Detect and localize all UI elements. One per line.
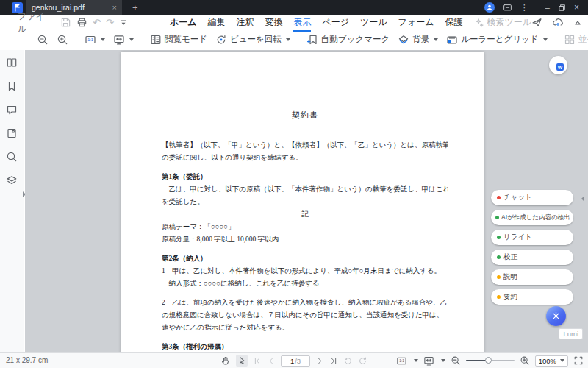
- minimize-button[interactable]: –: [545, 4, 550, 12]
- restore-window-button[interactable]: [558, 4, 566, 12]
- share-icon[interactable]: [531, 17, 542, 28]
- rotate-view-dropdown[interactable]: ビューを回転: [215, 34, 290, 46]
- search-tools-button[interactable]: 検索ツール: [474, 16, 531, 29]
- collapse-toolbar-icon[interactable]: [573, 18, 582, 26]
- menu-divider: [54, 18, 54, 27]
- menu-item-view[interactable]: 表示: [293, 16, 311, 29]
- background-label: 背景: [412, 34, 429, 45]
- ai-chat-button[interactable]: チャット: [491, 190, 573, 205]
- ai-explain-button[interactable]: 説明: [491, 269, 573, 285]
- zoom-out-icon[interactable]: [451, 355, 461, 366]
- last-page-icon[interactable]: [329, 356, 338, 366]
- ai-rewrite-button[interactable]: リライト: [491, 230, 573, 245]
- read-mode-button[interactable]: 閲覧モード: [150, 34, 207, 46]
- tab-close-icon[interactable]: ×: [112, 4, 117, 12]
- tile-view-icon: [564, 34, 576, 46]
- close-window-button[interactable]: ×: [574, 3, 579, 12]
- file-menu[interactable]: ファイル: [18, 10, 48, 35]
- convert-to-word-button[interactable]: W: [549, 56, 567, 74]
- read-mode-icon: [150, 34, 162, 46]
- status-dot: [497, 196, 501, 199]
- undo-icon[interactable]: ↶: [93, 18, 101, 27]
- doc-heading: 第3条（権利の帰属）: [162, 341, 448, 352]
- doc-line: 速やかに乙の指示に従った対応をする。: [162, 322, 448, 334]
- rotate-left-icon[interactable]: [343, 356, 353, 366]
- save-icon[interactable]: [60, 17, 71, 28]
- doc-line: 乙は、甲に対し、以下の原稿（以下、「本件著作物」という）の執筆を委託し、甲はこれ: [162, 183, 448, 196]
- select-tool-icon[interactable]: [236, 355, 248, 367]
- first-page-icon[interactable]: [253, 356, 262, 366]
- doc-heading: 第2条（納入）: [162, 252, 448, 265]
- page-thumbnails-icon[interactable]: [6, 57, 18, 68]
- doc-line: 2 乙は、前項の納入を受けた後速やかに納入物を検査し、納入物に瑕疵がある場合や、…: [162, 297, 448, 309]
- fullscreen-icon[interactable]: [573, 355, 584, 366]
- menu-item-edit[interactable]: 編集: [207, 16, 225, 29]
- menu-item-protect[interactable]: 保護: [445, 16, 462, 29]
- actual-size-icon[interactable]: 1:1: [396, 355, 407, 367]
- rotate-view-label: ビューを回転: [230, 34, 282, 45]
- chevron-down-icon[interactable]: [414, 359, 418, 362]
- redo-icon[interactable]: ↷: [106, 18, 114, 27]
- rotate-view-icon: [215, 34, 227, 46]
- page-navigation: 1/3: [220, 353, 368, 368]
- chevron-down-icon: [560, 359, 564, 362]
- zoom-slider[interactable]: [466, 356, 514, 365]
- chevron-down-icon[interactable]: [441, 359, 445, 362]
- total-pages: /3: [295, 357, 301, 365]
- menu-item-page[interactable]: ページ: [322, 16, 349, 29]
- menu-bar: ファイル ↶ ↷ ホーム 編集 注釈 変換 表示 ページ ツール フォーム 保護: [0, 15, 588, 30]
- doc-line: の規格意図に合致しない場合は、７日以内にその旨甲に通知し、当該通知を受けた甲は、: [162, 309, 448, 322]
- lumi-tooltip: Lumi: [559, 328, 583, 339]
- previous-page-icon[interactable]: [267, 356, 276, 366]
- panel-expand-handle-right[interactable]: [581, 196, 584, 202]
- rotate-right-icon[interactable]: [358, 356, 368, 366]
- background-dropdown[interactable]: 背景: [398, 34, 438, 46]
- fit-width-icon[interactable]: [423, 355, 434, 367]
- menu-item-comment[interactable]: 注釈: [236, 16, 254, 29]
- layers-panel-icon[interactable]: [6, 174, 18, 186]
- menu-item-tools[interactable]: ツール: [360, 16, 387, 29]
- attachments-panel-icon[interactable]: [6, 127, 18, 139]
- feedback-icon[interactable]: [503, 3, 512, 13]
- doc-title: 契約書: [162, 109, 448, 121]
- tab-bar: genkou_irai.pdf × + ⋮ – ×: [0, 0, 588, 15]
- menu-item-form[interactable]: フォーム: [398, 16, 434, 29]
- zoom-out-icon[interactable]: [37, 34, 49, 46]
- actual-size-dropdown[interactable]: 1:1: [85, 34, 105, 46]
- menu-item-home[interactable]: ホーム: [170, 16, 197, 29]
- page-number-input[interactable]: 1/3: [281, 355, 310, 367]
- auto-bookmark-button[interactable]: 自動ブックマーク: [306, 34, 390, 46]
- comments-panel-icon[interactable]: [6, 104, 18, 116]
- doc-line: 1 甲は、乙に対し、本件著作物を以下の形式により、平成○年○月末日までに納入する…: [162, 265, 448, 277]
- zoom-slider-knob[interactable]: [485, 357, 492, 364]
- zoom-in-icon[interactable]: [57, 34, 68, 46]
- ai-proofread-button[interactable]: 校正: [491, 250, 573, 265]
- lumi-assistant-button[interactable]: [546, 306, 566, 326]
- doc-line: 原稿分量：8,000 字以上 10,000 字以内: [162, 233, 448, 246]
- tile-view-dropdown[interactable]: 並べて表示: [564, 34, 588, 46]
- next-page-icon[interactable]: [315, 356, 324, 366]
- search-panel-icon[interactable]: [6, 151, 18, 163]
- auto-bookmark-label: 自動ブックマーク: [321, 34, 390, 45]
- cloud-upload-icon[interactable]: [552, 17, 564, 28]
- zoom-level-dropdown[interactable]: 100%: [535, 355, 568, 367]
- zoom-in-icon[interactable]: [520, 355, 530, 366]
- ai-button-label: AIが作成した内容の検出: [501, 213, 570, 222]
- menu-item-convert[interactable]: 変換: [265, 16, 282, 29]
- kebab-menu-icon[interactable]: ⋮: [520, 4, 528, 12]
- ruler-grid-dropdown[interactable]: ルーラーとグリッド: [446, 34, 547, 46]
- user-avatar[interactable]: [484, 2, 495, 13]
- menu-right-actions: [531, 17, 582, 28]
- fit-width-dropdown[interactable]: [113, 34, 134, 46]
- hand-tool-icon[interactable]: [220, 355, 231, 366]
- doc-line: 原稿テーマ：「○○○○」: [162, 221, 448, 233]
- chevron-down-icon: [286, 38, 290, 41]
- toolbar-customize-icon[interactable]: [119, 18, 128, 27]
- window-controls-divider: [537, 3, 537, 12]
- new-tab-button[interactable]: +: [132, 3, 138, 13]
- ai-content-detect-button[interactable]: AIが作成した内容の検出: [491, 210, 573, 225]
- chevron-down-icon: [129, 38, 134, 41]
- ai-summarize-button[interactable]: 要約: [491, 289, 573, 305]
- print-icon[interactable]: [76, 17, 87, 28]
- bookmarks-panel-icon[interactable]: [6, 80, 18, 92]
